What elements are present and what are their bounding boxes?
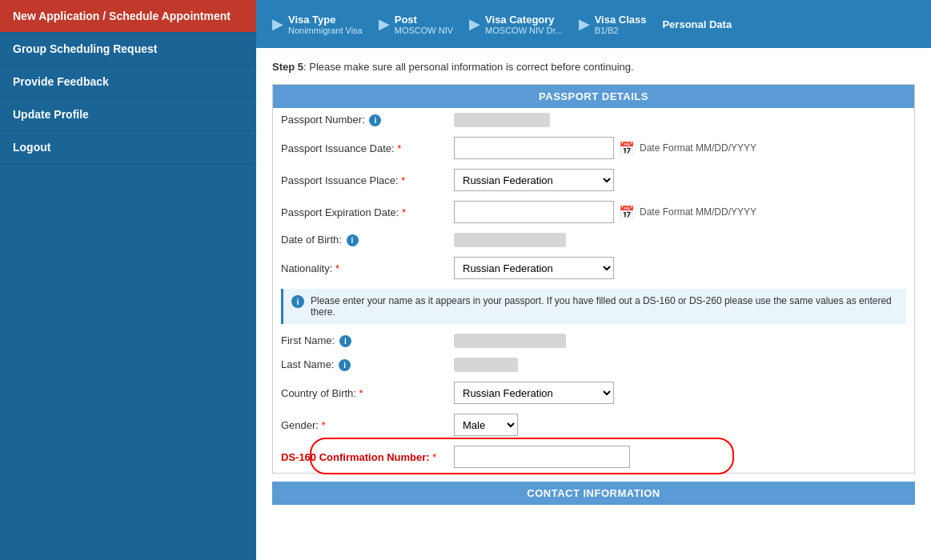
date-of-birth-label: Date of Birth: i xyxy=(273,228,449,252)
passport-issuance-place-row: Passport Issuance Place: * Russian Feder… xyxy=(273,164,914,196)
country-of-birth-label: Country of Birth: * xyxy=(273,377,449,409)
sidebar-item-logout[interactable]: Logout xyxy=(0,131,256,164)
step-instruction: Step 5: Please make sure all personal in… xyxy=(272,61,915,73)
wizard-step-personal-data[interactable]: Personal Data xyxy=(654,0,740,48)
name-info-box: i Please enter your name as it appears i… xyxy=(281,289,906,324)
passport-number-redacted xyxy=(454,113,550,127)
sidebar-item-provide-feedback[interactable]: Provide Feedback xyxy=(0,66,256,98)
wizard-step-visa-type[interactable]: ▶ Visa Type Nonimmigrant Visa xyxy=(264,0,371,48)
gender-select[interactable]: Male Female xyxy=(454,414,518,436)
sidebar: New Application / Schedule Appointment G… xyxy=(0,0,256,560)
content-area: Step 5: Please make sure all personal in… xyxy=(256,48,931,560)
personal-info-form-table: First Name: i Last Name: i xyxy=(273,329,914,473)
passport-issuance-date-input[interactable] xyxy=(454,137,614,159)
passport-expiration-date-calendar-icon[interactable]: 📅 xyxy=(619,205,635,220)
last-name-info-icon[interactable]: i xyxy=(339,359,351,371)
passport-details-section: PASSPORT DETAILS Passport Number: i Pass… xyxy=(272,84,915,474)
nationality-row: Nationality: * Russian Federation United… xyxy=(273,252,914,284)
passport-section-header: PASSPORT DETAILS xyxy=(273,85,914,108)
ds160-label-cell: DS-160 Confirmation Number: * xyxy=(273,441,449,473)
wizard-step-visa-class[interactable]: ▶ Visa Class B1/B2 xyxy=(571,0,655,48)
gender-row: Gender: * Male Female xyxy=(273,409,914,441)
passport-issuance-place-select[interactable]: Russian Federation United States Other xyxy=(454,169,614,191)
last-name-row: Last Name: i xyxy=(273,353,914,377)
date-of-birth-redacted xyxy=(454,233,566,247)
last-name-value xyxy=(449,353,914,377)
sidebar-item-group-scheduling[interactable]: Group Scheduling Request xyxy=(0,33,256,66)
date-of-birth-row: Date of Birth: i xyxy=(273,228,914,252)
passport-expiration-date-label: Passport Expiration Date: * xyxy=(273,196,449,228)
main-content: ▶ Visa Type Nonimmigrant Visa ▶ Post MOS… xyxy=(256,0,931,560)
passport-expiration-date-format: Date Format MM/DD/YYYY xyxy=(640,206,756,218)
contact-section-header: CONTACT INFORMATION xyxy=(272,482,915,505)
passport-issuance-place-label: Passport Issuance Place: * xyxy=(273,164,449,196)
nationality-select[interactable]: Russian Federation United States Other xyxy=(454,257,614,279)
passport-number-row: Passport Number: i xyxy=(273,108,914,132)
passport-number-value xyxy=(449,108,914,132)
wizard-nav: ▶ Visa Type Nonimmigrant Visa ▶ Post MOS… xyxy=(256,0,931,48)
passport-number-info-icon[interactable]: i xyxy=(369,114,381,126)
first-name-row: First Name: i xyxy=(273,329,914,353)
date-of-birth-value xyxy=(449,228,914,252)
passport-issuance-date-label: Passport Issuance Date: * xyxy=(273,132,449,164)
ds160-input-cell xyxy=(449,441,914,473)
passport-issuance-date-input-cell: 📅 Date Format MM/DD/YYYY xyxy=(449,132,914,164)
info-box-icon: i xyxy=(291,295,304,308)
passport-form-table: Passport Number: i Passport Issuance Dat… xyxy=(273,108,914,284)
nationality-label: Nationality: * xyxy=(273,252,449,284)
step-arrow-visa-category: ▶ xyxy=(469,15,480,33)
passport-expiration-date-input-cell: 📅 Date Format MM/DD/YYYY xyxy=(449,196,914,228)
ds160-confirmation-input[interactable] xyxy=(454,446,630,468)
wizard-step-visa-category[interactable]: ▶ Visa Category MOSCOW NIV Dr... xyxy=(461,0,571,48)
passport-issuance-date-format: Date Format MM/DD/YYYY xyxy=(640,142,756,154)
last-name-redacted xyxy=(454,358,518,372)
country-of-birth-select[interactable]: Russian Federation United States Other xyxy=(454,382,614,404)
last-name-label: Last Name: i xyxy=(273,353,449,377)
gender-input-cell: Male Female xyxy=(449,409,914,441)
country-of-birth-input-cell: Russian Federation United States Other xyxy=(449,377,914,409)
first-name-value xyxy=(449,329,914,353)
passport-issuance-date-calendar-icon[interactable]: 📅 xyxy=(619,141,635,156)
step-arrow-visa-class: ▶ xyxy=(579,15,590,33)
step-arrow-visa-type: ▶ xyxy=(272,15,283,33)
step-arrow-post: ▶ xyxy=(379,15,390,33)
passport-issuance-date-row: Passport Issuance Date: * 📅 Date Format … xyxy=(273,132,914,164)
passport-expiration-date-row: Passport Expiration Date: * 📅 Date Forma… xyxy=(273,196,914,228)
first-name-info-icon[interactable]: i xyxy=(339,335,351,347)
first-name-redacted xyxy=(454,334,566,348)
country-of-birth-row: Country of Birth: * Russian Federation U… xyxy=(273,377,914,409)
nationality-input-cell: Russian Federation United States Other xyxy=(449,252,914,284)
sidebar-item-update-profile[interactable]: Update Profile xyxy=(0,98,256,131)
sidebar-item-new-application[interactable]: New Application / Schedule Appointment xyxy=(0,0,256,33)
date-of-birth-info-icon[interactable]: i xyxy=(347,234,359,246)
first-name-label: First Name: i xyxy=(273,329,449,353)
ds160-row: DS-160 Confirmation Number: * xyxy=(273,441,914,473)
wizard-step-post[interactable]: ▶ Post MOSCOW NIV xyxy=(371,0,461,48)
passport-number-label: Passport Number: i xyxy=(273,108,449,132)
passport-expiration-date-input[interactable] xyxy=(454,201,614,223)
gender-label: Gender: * xyxy=(273,409,449,441)
passport-issuance-place-input-cell: Russian Federation United States Other xyxy=(449,164,914,196)
